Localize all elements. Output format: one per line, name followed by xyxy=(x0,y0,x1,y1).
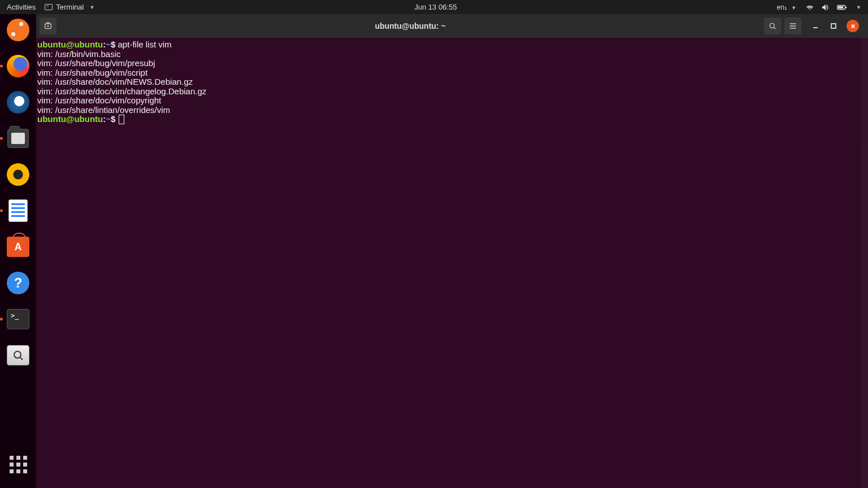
launcher-firefox[interactable] xyxy=(6,54,31,79)
terminal-line: ubuntu@ubuntu:~$ apt-file list vim xyxy=(37,40,867,50)
window-maximize-button[interactable] xyxy=(828,21,839,31)
battery-icon xyxy=(837,3,847,12)
chevron-down-icon: ▼ xyxy=(791,5,796,11)
activities-button[interactable]: Activities xyxy=(7,3,36,11)
new-tab-icon xyxy=(44,21,53,30)
search-icon xyxy=(768,21,777,30)
chevron-down-icon: ▼ xyxy=(856,5,861,10)
minimize-icon xyxy=(812,23,819,29)
launcher-image-viewer[interactable] xyxy=(6,343,31,368)
show-applications-button[interactable] xyxy=(6,452,31,477)
svg-point-3 xyxy=(14,351,21,358)
system-status-area[interactable]: ▼ xyxy=(805,3,861,12)
terminal-line: vim: /usr/share/doc/vim/copyright xyxy=(37,96,867,106)
terminal-window: ubuntu@ubuntu: ~ ubuntu@ubuntu:~$ apt-fi… xyxy=(36,14,868,488)
firefox-icon xyxy=(7,55,29,77)
launcher-terminal[interactable] xyxy=(6,307,31,332)
thunderbird-icon xyxy=(7,91,29,114)
new-tab-button[interactable] xyxy=(40,18,57,34)
terminal-scrollbar[interactable] xyxy=(861,38,868,488)
launcher-libreoffice-writer[interactable] xyxy=(6,198,31,223)
svg-rect-1 xyxy=(845,6,847,8)
rhythmbox-icon xyxy=(7,163,29,186)
launcher-ubuntu[interactable] xyxy=(6,18,31,42)
terminal-line: vim: /usr/share/lintian/overrides/vim xyxy=(37,106,867,115)
svg-rect-2 xyxy=(838,6,843,8)
wifi-icon xyxy=(805,3,814,12)
terminal-line: vim: /usr/share/doc/vim/changelog.Debian… xyxy=(37,87,867,97)
launcher-help[interactable]: ? xyxy=(6,271,31,295)
app-menu[interactable]: Terminal ▼ xyxy=(45,3,94,11)
maximize-icon xyxy=(830,23,837,29)
ubuntu-logo-icon xyxy=(7,19,29,41)
terminal-line: vim: /usr/share/bug/vim/presubj xyxy=(37,59,867,68)
svg-point-5 xyxy=(770,23,774,28)
input-source-indicator[interactable]: en₁ ▼ xyxy=(776,3,796,11)
launcher-files[interactable] xyxy=(6,126,31,151)
svg-rect-6 xyxy=(831,24,836,28)
window-title: ubuntu@ubuntu: ~ xyxy=(60,21,761,30)
chevron-down-icon: ▼ xyxy=(89,5,94,10)
close-icon xyxy=(850,23,856,29)
window-titlebar: ubuntu@ubuntu: ~ xyxy=(36,14,868,38)
search-button[interactable] xyxy=(764,18,781,34)
ubuntu-software-icon xyxy=(7,237,29,257)
launcher-ubuntu-software[interactable] xyxy=(6,234,31,259)
image-viewer-icon xyxy=(7,345,29,365)
gnome-top-bar: Activities Terminal ▼ Jun 13 06:55 en₁ ▼… xyxy=(0,0,868,14)
terminal-icon xyxy=(7,309,29,329)
terminal-line: vim: /usr/share/doc/vim/NEWS.Debian.gz xyxy=(37,77,867,87)
window-close-button[interactable] xyxy=(847,20,859,32)
volume-icon xyxy=(821,3,830,12)
hamburger-icon xyxy=(788,21,797,30)
terminal-line: ubuntu@ubuntu:~$ xyxy=(37,115,867,124)
window-minimize-button[interactable] xyxy=(810,21,821,31)
terminal-cursor xyxy=(119,115,124,124)
command-text: apt-file list vim xyxy=(118,40,172,49)
hamburger-menu-button[interactable] xyxy=(784,18,801,34)
launcher-rhythmbox[interactable] xyxy=(6,162,31,187)
terminal-line: vim: /usr/bin/vim.basic xyxy=(37,50,867,59)
ubuntu-dock: ? xyxy=(0,14,36,488)
help-icon: ? xyxy=(7,272,29,294)
files-icon xyxy=(7,129,29,148)
launcher-thunderbird[interactable] xyxy=(6,90,31,115)
clock[interactable]: Jun 13 06:55 xyxy=(101,3,770,11)
terminal-body[interactable]: ubuntu@ubuntu:~$ apt-file list vimvim: /… xyxy=(36,38,868,488)
app-menu-label: Terminal xyxy=(56,3,84,11)
terminal-line: vim: /usr/share/bug/vim/script xyxy=(37,68,867,78)
terminal-icon xyxy=(45,4,53,10)
libreoffice-writer-icon xyxy=(8,199,28,222)
